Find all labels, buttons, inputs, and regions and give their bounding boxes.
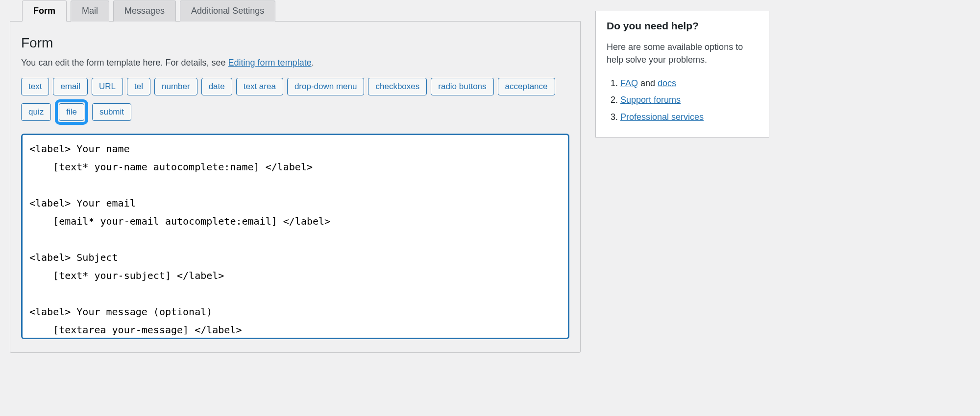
help-title: Do you need help? [607, 20, 758, 32]
tab-bar: FormMailMessagesAdditional Settings [22, 0, 581, 21]
main-panel: FormMailMessagesAdditional Settings Form… [10, 0, 581, 353]
tab-messages[interactable]: Messages [113, 0, 176, 22]
form-panel: Form You can edit the form template here… [10, 21, 581, 353]
form-template-textarea[interactable] [21, 134, 569, 339]
help-box: Do you need help? Here are some availabl… [595, 11, 769, 138]
tag-acceptance-button[interactable]: acceptance [498, 78, 555, 95]
help-link[interactable]: FAQ [620, 78, 638, 88]
panel-description: You can edit the form template here. For… [21, 58, 569, 68]
tag-email-button[interactable]: email [53, 78, 88, 95]
help-item: FAQ and docs [620, 75, 758, 92]
tab-mail[interactable]: Mail [71, 0, 109, 22]
tag-text-area-button[interactable]: text area [236, 78, 283, 95]
tag-text-button[interactable]: text [21, 78, 49, 95]
tag-checkboxes-button[interactable]: checkboxes [368, 78, 427, 95]
tag-number-button[interactable]: number [154, 78, 197, 95]
tag-submit-button[interactable]: submit [92, 103, 131, 121]
tag-drop-down-menu-button[interactable]: drop-down menu [287, 78, 365, 95]
tag-date-button[interactable]: date [201, 78, 232, 95]
tag-file-button[interactable]: file [59, 103, 84, 121]
tab-form[interactable]: Form [22, 0, 67, 22]
tag-URL-button[interactable]: URL [92, 78, 123, 95]
desc-text: You can edit the form template here. For… [21, 58, 228, 68]
help-item: Support forums [620, 92, 758, 108]
desc-suffix: . [312, 58, 314, 68]
sidebar: Do you need help? Here are some availabl… [595, 0, 769, 353]
help-link[interactable]: Professional services [620, 112, 704, 122]
tab-additional-settings[interactable]: Additional Settings [180, 0, 275, 22]
help-link[interactable]: docs [658, 78, 676, 88]
editing-template-link[interactable]: Editing form template [228, 58, 312, 68]
tag-tel-button[interactable]: tel [127, 78, 150, 95]
help-item: Professional services [620, 109, 758, 125]
file-button-highlight: file [55, 99, 88, 125]
help-link[interactable]: Support forums [620, 95, 681, 105]
tag-generator-bar: textemailURLtelnumberdatetext areadrop-d… [21, 78, 569, 125]
help-intro: Here are some available options to help … [607, 41, 758, 66]
panel-heading: Form [21, 35, 569, 51]
tag-quiz-button[interactable]: quiz [21, 103, 51, 121]
tag-radio-buttons-button[interactable]: radio buttons [431, 78, 493, 95]
help-list: FAQ and docsSupport forumsProfessional s… [607, 75, 758, 125]
